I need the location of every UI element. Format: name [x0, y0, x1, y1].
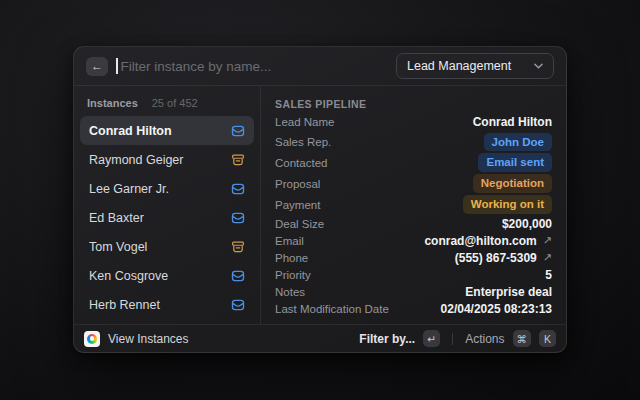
list-item-ed-baxter[interactable]: Ed Baxter — [80, 203, 254, 232]
footer-divider — [452, 333, 453, 345]
detail-label: Phone — [275, 252, 308, 264]
detail-section-title: SALES PIPELINE — [275, 95, 552, 113]
list-section-label: Instances — [87, 97, 138, 109]
detail-row-deal-size: Deal Size $200,000 — [275, 215, 552, 232]
filter-by-button[interactable]: Filter by... — [359, 332, 415, 346]
detail-row-payment: Payment Working on it — [275, 194, 552, 215]
detail-label: Proposal — [275, 178, 320, 190]
list-item-label: Ken Cosgrove — [89, 269, 168, 283]
detail-row-priority: Priority 5 — [275, 267, 552, 284]
list-header: Instances 25 of 452 — [80, 91, 254, 116]
tag-badge: John Doe — [484, 133, 552, 151]
list-item-raymond-geiger[interactable]: Raymond Geiger — [80, 145, 254, 174]
primary-action-label[interactable]: View Instances — [108, 332, 189, 346]
detail-value: conrad@hilton.com — [424, 234, 536, 248]
tag-badge: Negotiation — [473, 174, 552, 192]
detail-row-email: Email conrad@hilton.com ↗ — [275, 232, 552, 249]
archive-icon — [231, 153, 245, 167]
actions-button[interactable]: Actions — [465, 332, 504, 346]
list-item-ken-cosgrove[interactable]: Ken Cosgrove — [80, 261, 254, 290]
list-item-label: Conrad Hilton — [89, 124, 172, 138]
detail-row-phone: Phone (555) 867-5309 ↗ — [275, 249, 552, 266]
detail-value: 5 — [545, 268, 552, 282]
detail-label: Priority — [275, 269, 311, 281]
list-item-conrad-hilton[interactable]: Conrad Hilton — [80, 116, 254, 145]
footer: View Instances Filter by... ↵ Actions ⌘ … — [74, 324, 566, 352]
k-key-icon: K — [539, 330, 556, 347]
detail-label: Email — [275, 235, 304, 247]
monday-logo-icon — [87, 334, 97, 344]
detail-row-notes: Notes Enterprise deal — [275, 284, 552, 301]
main-area: Instances 25 of 452 Conrad Hilton Raymon… — [74, 86, 566, 324]
header: ← Lead Management — [74, 47, 566, 86]
command-key-icon: ⌘ — [513, 330, 532, 347]
archive-icon — [231, 240, 245, 254]
tag-badge: Email sent — [478, 153, 552, 171]
detail-row-contacted: Contacted Email sent — [275, 152, 552, 173]
dropdown-value: Lead Management — [407, 59, 526, 73]
detail-value: $200,000 — [502, 217, 552, 231]
instances-list: Instances 25 of 452 Conrad Hilton Raymon… — [74, 86, 261, 324]
extension-dropdown[interactable]: Lead Management — [396, 53, 554, 79]
envelope-icon — [231, 298, 245, 312]
detail-value: Conrad Hilton — [473, 115, 552, 129]
monday-app-icon — [84, 331, 100, 347]
list-item-label: Raymond Geiger — [89, 153, 184, 167]
detail-label: Last Modification Date — [275, 303, 389, 315]
external-link-icon: ↗ — [543, 234, 552, 247]
envelope-icon — [231, 211, 245, 225]
list-item-label: Ed Baxter — [89, 211, 144, 225]
envelope-icon — [231, 124, 245, 138]
detail-row-sales-rep: Sales Rep. John Doe — [275, 131, 552, 152]
envelope-icon — [231, 182, 245, 196]
text-caret — [116, 58, 118, 74]
envelope-icon — [231, 269, 245, 283]
detail-panel: SALES PIPELINE Lead Name Conrad Hilton S… — [261, 86, 566, 324]
return-key-icon: ↵ — [423, 330, 440, 347]
detail-value: Enterprise deal — [465, 285, 552, 299]
detail-row-last-modification-date: Last Modification Date 02/04/2025 08:23:… — [275, 301, 552, 318]
back-arrow-icon: ← — [91, 59, 103, 73]
detail-label: Lead Name — [275, 116, 334, 128]
list-count: 25 of 452 — [152, 97, 198, 109]
list-item-lee-garner-jr[interactable]: Lee Garner Jr. — [80, 174, 254, 203]
detail-value: 02/04/2025 08:23:13 — [441, 302, 552, 316]
detail-label: Deal Size — [275, 218, 324, 230]
list-item-tom-vogel[interactable]: Tom Vogel — [80, 232, 254, 261]
detail-row-proposal: Proposal Negotiation — [275, 173, 552, 194]
list-item-label: Tom Vogel — [89, 240, 147, 254]
detail-label: Notes — [275, 286, 305, 298]
phone-link[interactable]: (555) 867-5309 ↗ — [455, 251, 552, 265]
back-button[interactable]: ← — [86, 57, 108, 76]
list-item-label: Lee Garner Jr. — [89, 182, 169, 196]
list-item-herb-rennet[interactable]: Herb Rennet — [80, 290, 254, 319]
detail-value: (555) 867-5309 — [455, 251, 537, 265]
command-palette-window: ← Lead Management Instances 25 of 452 Co… — [73, 46, 567, 353]
external-link-icon: ↗ — [543, 251, 552, 264]
detail-label: Contacted — [275, 157, 327, 169]
detail-label: Payment — [275, 199, 320, 211]
list-item-label: Herb Rennet — [89, 298, 160, 312]
detail-label: Sales Rep. — [275, 136, 331, 148]
email-link[interactable]: conrad@hilton.com ↗ — [424, 234, 552, 248]
search-input[interactable] — [121, 59, 397, 74]
tag-badge: Working on it — [463, 195, 552, 213]
chevron-down-icon — [534, 63, 543, 69]
detail-row-lead-name: Lead Name Conrad Hilton — [275, 113, 552, 131]
